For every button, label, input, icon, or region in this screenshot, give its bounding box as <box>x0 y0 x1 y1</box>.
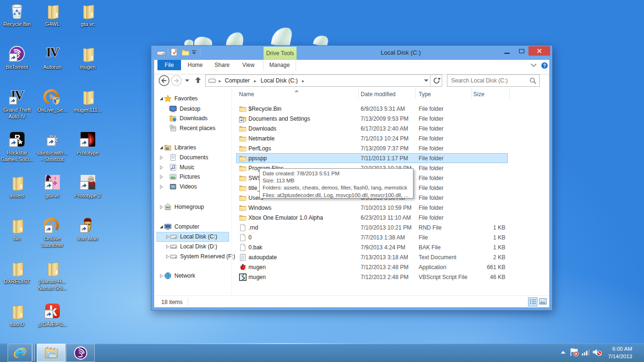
svg-text:?: ? <box>543 63 546 68</box>
svg-text:IV: IV <box>46 46 60 59</box>
